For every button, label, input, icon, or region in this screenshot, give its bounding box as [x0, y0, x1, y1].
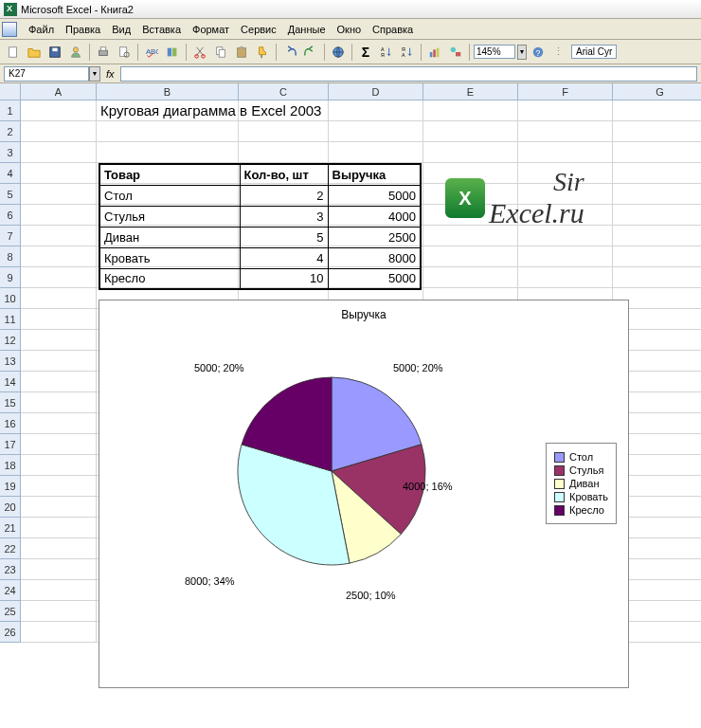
col-header-C[interactable]: C [239, 83, 329, 100]
col-header-D[interactable]: D [329, 83, 423, 100]
cell[interactable] [21, 226, 97, 246]
font-selector[interactable]: Arial Cyr [571, 45, 617, 59]
toolbar-grip[interactable]: ⋮ [553, 46, 564, 58]
research-icon[interactable] [163, 43, 182, 62]
fx-icon[interactable]: fx [106, 68, 115, 80]
chart-wizard-icon[interactable] [425, 43, 444, 62]
table-cell[interactable]: 4 [240, 247, 328, 268]
cell[interactable] [21, 622, 97, 643]
menu-help[interactable]: Справка [367, 22, 419, 37]
table-cell[interactable]: Кресло [99, 268, 240, 289]
row-header-16[interactable]: 16 [0, 413, 21, 434]
cell[interactable] [21, 580, 97, 601]
cell[interactable] [518, 121, 613, 142]
cell[interactable] [423, 121, 518, 142]
cell[interactable] [613, 267, 701, 288]
pie-chart[interactable]: Выручка 5000; 20% 4000; 16% 2500; 10% 80… [99, 300, 629, 688]
menu-edit[interactable]: Правка [60, 22, 106, 37]
table-header-revenue[interactable]: Выручка [328, 164, 421, 185]
menu-insert[interactable]: Вставка [136, 22, 187, 37]
row-header-3[interactable]: 3 [0, 142, 21, 163]
menu-format[interactable]: Формат [187, 22, 235, 37]
cell[interactable] [423, 142, 518, 163]
row-header-4[interactable]: 4 [0, 163, 21, 184]
table-cell[interactable]: Диван [99, 227, 240, 247]
cell[interactable] [239, 121, 329, 142]
cell[interactable] [21, 246, 97, 267]
cell[interactable] [518, 267, 613, 288]
cell[interactable] [21, 497, 97, 518]
cell[interactable] [21, 518, 97, 538]
cell[interactable] [21, 476, 97, 497]
cell[interactable] [21, 267, 97, 288]
cell[interactable] [423, 267, 518, 288]
cell[interactable] [21, 559, 97, 580]
row-header-24[interactable]: 24 [0, 580, 21, 601]
menu-window[interactable]: Окно [332, 22, 368, 37]
table-cell[interactable]: Стол [99, 185, 240, 206]
table-header-product[interactable]: Товар [99, 164, 240, 185]
redo-icon[interactable] [301, 43, 320, 62]
row-header-23[interactable]: 23 [0, 559, 21, 580]
row-header-13[interactable]: 13 [0, 351, 21, 372]
table-cell[interactable]: 2 [240, 185, 328, 206]
row-header-1[interactable]: 1 [0, 100, 21, 121]
row-header-5[interactable]: 5 [0, 184, 21, 205]
table-cell[interactable]: 8000 [328, 247, 421, 268]
cell[interactable] [21, 288, 97, 309]
cell[interactable] [329, 121, 423, 142]
zoom-dropdown-icon[interactable]: ▼ [517, 45, 527, 60]
save-icon[interactable] [45, 43, 64, 62]
cell[interactable] [518, 100, 613, 121]
cell[interactable] [423, 246, 518, 267]
print-icon[interactable] [94, 43, 113, 62]
row-header-25[interactable]: 25 [0, 601, 21, 622]
cell[interactable] [21, 538, 97, 559]
cell[interactable] [613, 142, 701, 163]
sort-desc-icon[interactable]: ЯА [398, 43, 417, 62]
paste-icon[interactable] [232, 43, 251, 62]
table-cell[interactable]: 5000 [328, 268, 421, 289]
cell[interactable] [21, 434, 97, 455]
drawing-icon[interactable] [446, 43, 465, 62]
table-cell[interactable]: Кровать [99, 247, 240, 268]
table-cell[interactable]: 5 [240, 227, 328, 247]
col-header-A[interactable]: A [21, 83, 97, 100]
row-header-11[interactable]: 11 [0, 309, 21, 330]
col-header-G[interactable]: G [613, 83, 701, 100]
row-header-8[interactable]: 8 [0, 246, 21, 267]
row-header-17[interactable]: 17 [0, 434, 21, 455]
cell[interactable] [518, 246, 613, 267]
row-header-21[interactable]: 21 [0, 518, 21, 538]
cell[interactable] [613, 100, 701, 121]
cell[interactable] [21, 392, 97, 413]
spelling-icon[interactable]: ABC [142, 43, 161, 62]
cell[interactable] [329, 100, 423, 121]
row-header-20[interactable]: 20 [0, 497, 21, 518]
table-cell[interactable]: Стулья [99, 206, 240, 227]
cell[interactable] [21, 100, 97, 121]
row-header-9[interactable]: 9 [0, 267, 21, 288]
format-painter-icon[interactable] [253, 43, 272, 62]
row-header-14[interactable]: 14 [0, 372, 21, 392]
permission-icon[interactable] [66, 43, 85, 62]
cell[interactable] [613, 246, 701, 267]
row-header-26[interactable]: 26 [0, 622, 21, 643]
cell[interactable] [329, 142, 423, 163]
data-table[interactable]: Товар Кол-во, шт Выручка Стол25000 Стуль… [99, 163, 422, 290]
copy-icon[interactable] [211, 43, 230, 62]
zoom-box[interactable]: 145% [474, 45, 515, 59]
preview-icon[interactable] [115, 43, 134, 62]
document-icon[interactable] [2, 22, 17, 37]
cell[interactable] [21, 142, 97, 163]
cell[interactable] [423, 100, 518, 121]
formula-bar[interactable] [120, 66, 697, 82]
cell[interactable] [21, 413, 97, 434]
table-cell[interactable]: 4000 [328, 206, 421, 227]
row-header-12[interactable]: 12 [0, 330, 21, 351]
undo-icon[interactable] [280, 43, 299, 62]
row-header-22[interactable]: 22 [0, 538, 21, 559]
menu-file[interactable]: Файл [23, 22, 60, 37]
table-header-qty[interactable]: Кол-во, шт [240, 164, 328, 185]
row-header-7[interactable]: 7 [0, 226, 21, 246]
